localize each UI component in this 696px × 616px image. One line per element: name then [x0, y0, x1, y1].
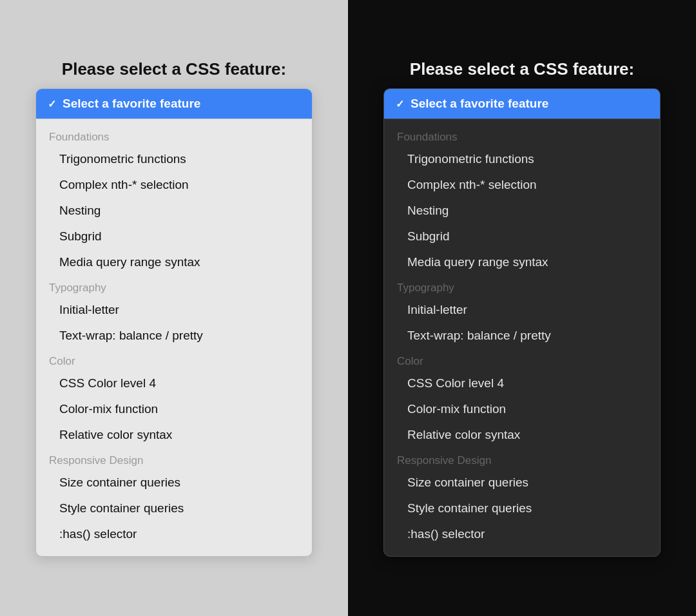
group-label-0: Foundations [36, 124, 312, 146]
option-item[interactable]: Size container queries [36, 470, 312, 496]
option-item[interactable]: Subgrid [36, 224, 312, 249]
options-list-light: FoundationsTrigonometric functionsComple… [36, 119, 312, 556]
group-label-3: Responsive Design [384, 448, 660, 470]
option-item[interactable]: Relative color syntax [36, 422, 312, 448]
option-item[interactable]: Trigonometric functions [36, 146, 312, 172]
panel-dark: Please select a CSS feature:✓Select a fa… [348, 0, 696, 616]
option-item[interactable]: Complex nth-* selection [36, 172, 312, 198]
option-item[interactable]: Style container queries [384, 496, 660, 521]
group-label-1: Typography [36, 275, 312, 297]
option-item[interactable]: Initial-letter [384, 297, 660, 323]
option-item[interactable]: Size container queries [384, 470, 660, 496]
option-item[interactable]: Style container queries [36, 496, 312, 521]
option-item[interactable]: CSS Color level 4 [36, 371, 312, 396]
select-box-dark[interactable]: ✓Select a favorite featureFoundationsTri… [383, 88, 661, 557]
option-item[interactable]: Media query range syntax [384, 249, 660, 275]
select-header-label-light: Select a favorite feature [63, 97, 200, 111]
option-item[interactable]: Color-mix function [384, 396, 660, 422]
option-item[interactable]: :has() selector [384, 521, 660, 547]
option-item[interactable]: Text-wrap: balance / pretty [36, 323, 312, 349]
checkmark-icon: ✓ [396, 98, 404, 110]
group-label-1: Typography [384, 275, 660, 297]
option-item[interactable]: Media query range syntax [36, 249, 312, 275]
option-item[interactable]: Text-wrap: balance / pretty [384, 323, 660, 349]
option-item[interactable]: :has() selector [36, 521, 312, 547]
select-header-label-dark: Select a favorite feature [411, 97, 548, 111]
option-item[interactable]: Nesting [36, 198, 312, 224]
page-wrapper: Please select a CSS feature:✓Select a fa… [0, 0, 696, 616]
options-list-dark: FoundationsTrigonometric functionsComple… [384, 119, 660, 556]
group-label-3: Responsive Design [36, 448, 312, 470]
panel-title-dark: Please select a CSS feature: [410, 59, 634, 79]
select-header-dark[interactable]: ✓Select a favorite feature [384, 89, 660, 119]
select-box-light[interactable]: ✓Select a favorite featureFoundationsTri… [35, 88, 313, 557]
panel-light: Please select a CSS feature:✓Select a fa… [0, 0, 348, 616]
checkmark-icon: ✓ [48, 98, 56, 110]
option-item[interactable]: Trigonometric functions [384, 146, 660, 172]
group-label-0: Foundations [384, 124, 660, 146]
option-item[interactable]: Nesting [384, 198, 660, 224]
select-header-light[interactable]: ✓Select a favorite feature [36, 89, 312, 119]
option-item[interactable]: Complex nth-* selection [384, 172, 660, 198]
group-label-2: Color [36, 349, 312, 371]
option-item[interactable]: Initial-letter [36, 297, 312, 323]
option-item[interactable]: Relative color syntax [384, 422, 660, 448]
panel-title-light: Please select a CSS feature: [62, 59, 286, 79]
option-item[interactable]: Subgrid [384, 224, 660, 249]
option-item[interactable]: CSS Color level 4 [384, 371, 660, 396]
option-item[interactable]: Color-mix function [36, 396, 312, 422]
group-label-2: Color [384, 349, 660, 371]
